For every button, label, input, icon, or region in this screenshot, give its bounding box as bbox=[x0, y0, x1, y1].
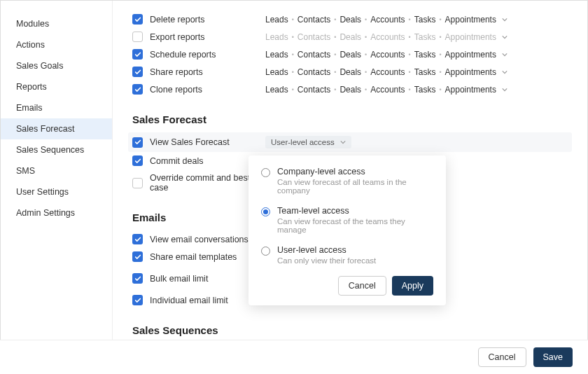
permission-label: Export reports bbox=[150, 32, 265, 42]
separator-dot: • bbox=[334, 86, 336, 93]
permission-row: Export reportsLeads•Contacts•Deals•Accou… bbox=[132, 28, 568, 46]
scope-item: Appointments bbox=[445, 85, 496, 95]
chevron-down-icon[interactable] bbox=[502, 85, 507, 95]
sidebar-item-sales-sequences[interactable]: Sales Sequences bbox=[1, 139, 112, 160]
radio-icon bbox=[261, 207, 270, 216]
option-title: Company-level access bbox=[277, 167, 433, 176]
separator-dot: • bbox=[334, 34, 336, 41]
separator-dot: • bbox=[292, 34, 294, 41]
option-description: Can view forecast of the teams they mana… bbox=[277, 217, 433, 234]
separator-dot: • bbox=[409, 51, 411, 58]
sidebar-item-admin-settings[interactable]: Admin Settings bbox=[1, 202, 112, 223]
footer-cancel-button[interactable]: Cancel bbox=[478, 347, 526, 367]
checkbox[interactable] bbox=[132, 67, 143, 77]
separator-dot: • bbox=[365, 86, 367, 93]
sidebar-item-actions[interactable]: Actions bbox=[1, 34, 112, 55]
access-level-popup: Company-level accessCan view forecast of… bbox=[248, 155, 446, 305]
scope-item: Accounts bbox=[370, 15, 405, 25]
popup-apply-button[interactable]: Apply bbox=[392, 276, 433, 296]
footer-save-button[interactable]: Save bbox=[533, 347, 573, 367]
scope-list[interactable]: Leads•Contacts•Deals•Accounts•Tasks•Appo… bbox=[265, 50, 507, 60]
sidebar-item-reports[interactable]: Reports bbox=[1, 76, 112, 97]
scope-item: Appointments bbox=[445, 32, 496, 42]
sidebar-item-sales-goals[interactable]: Sales Goals bbox=[1, 55, 112, 76]
option-description: Can only view their forecast bbox=[277, 256, 376, 265]
permission-row: Schedule reportsLeads•Contacts•Deals•Acc… bbox=[132, 46, 568, 63]
separator-dot: • bbox=[439, 69, 441, 76]
sidebar-item-user-settings[interactable]: User Settings bbox=[1, 181, 112, 202]
scope-item: Appointments bbox=[445, 50, 496, 60]
checkbox[interactable] bbox=[132, 295, 143, 305]
scope-item: Deals bbox=[340, 32, 361, 42]
separator-dot: • bbox=[292, 86, 294, 93]
checkbox[interactable] bbox=[132, 14, 143, 25]
separator-dot: • bbox=[409, 69, 411, 76]
sidebar-item-emails[interactable]: Emails bbox=[1, 97, 112, 118]
separator-dot: • bbox=[365, 34, 367, 41]
checkbox[interactable] bbox=[132, 155, 143, 166]
permission-row: View Sales ForecastUser-level access bbox=[128, 132, 572, 152]
permission-row: Delete reportsLeads•Contacts•Deals•Accou… bbox=[132, 11, 568, 28]
chevron-down-icon[interactable] bbox=[502, 50, 507, 60]
permission-label: Clone reports bbox=[150, 85, 265, 95]
permission-label: Delete reports bbox=[150, 15, 265, 25]
checkbox[interactable] bbox=[132, 273, 143, 284]
separator-dot: • bbox=[334, 16, 336, 23]
checkbox[interactable] bbox=[132, 49, 143, 60]
scope-list[interactable]: Leads•Contacts•Deals•Accounts•Tasks•Appo… bbox=[265, 85, 507, 95]
scope-item: Tasks bbox=[414, 50, 436, 60]
scope-item: Contacts bbox=[298, 67, 330, 77]
sidebar-item-sales-forecast[interactable]: Sales Forecast bbox=[1, 118, 112, 139]
scope-item: Appointments bbox=[445, 15, 496, 25]
option-title: User-level access bbox=[277, 245, 376, 255]
scope-list[interactable]: Leads•Contacts•Deals•Accounts•Tasks•Appo… bbox=[265, 15, 507, 25]
scope-item: Appointments bbox=[445, 67, 496, 77]
chevron-down-icon[interactable] bbox=[502, 15, 507, 25]
scope-list[interactable]: Leads•Contacts•Deals•Accounts•Tasks•Appo… bbox=[265, 67, 507, 77]
popup-cancel-button[interactable]: Cancel bbox=[338, 276, 386, 296]
access-option[interactable]: User-level accessCan only view their for… bbox=[261, 245, 433, 265]
checkbox[interactable] bbox=[132, 32, 143, 42]
checkbox[interactable] bbox=[132, 178, 143, 188]
sidebar-item-modules[interactable]: Modules bbox=[1, 13, 112, 34]
checkbox[interactable] bbox=[132, 84, 143, 95]
separator-dot: • bbox=[292, 69, 294, 76]
separator-dot: • bbox=[439, 34, 441, 41]
separator-dot: • bbox=[409, 16, 411, 23]
checkbox[interactable] bbox=[132, 234, 143, 244]
scope-item: Deals bbox=[340, 67, 361, 77]
separator-dot: • bbox=[365, 16, 367, 23]
scope-item: Accounts bbox=[370, 32, 405, 42]
scope-item: Leads bbox=[265, 85, 288, 95]
scope-item: Contacts bbox=[298, 15, 330, 25]
access-option[interactable]: Company-level accessCan view forecast of… bbox=[261, 167, 433, 195]
separator-dot: • bbox=[292, 51, 294, 58]
scope-item: Tasks bbox=[414, 32, 436, 42]
sidebar-item-sms[interactable]: SMS bbox=[1, 160, 112, 181]
scope-item: Deals bbox=[340, 50, 361, 60]
permission-row: Share reportsLeads•Contacts•Deals•Accoun… bbox=[132, 63, 568, 81]
selector-value: User-level access bbox=[271, 138, 335, 146]
scope-item: Accounts bbox=[370, 85, 405, 95]
scope-list[interactable]: Leads•Contacts•Deals•Accounts•Tasks•Appo… bbox=[265, 32, 507, 42]
access-level-selector[interactable]: User-level access bbox=[265, 136, 351, 148]
separator-dot: • bbox=[365, 69, 367, 76]
scope-item: Leads bbox=[265, 15, 288, 25]
checkbox[interactable] bbox=[132, 251, 143, 262]
checkbox[interactable] bbox=[132, 137, 143, 148]
access-option[interactable]: Team-level accessCan view forecast of th… bbox=[261, 206, 433, 234]
section-title-sales-forecast: Sales Forecast bbox=[132, 113, 568, 125]
separator-dot: • bbox=[334, 51, 336, 58]
scope-item: Tasks bbox=[414, 85, 436, 95]
scope-item: Leads bbox=[265, 32, 288, 42]
chevron-down-icon bbox=[340, 138, 346, 146]
chevron-down-icon[interactable] bbox=[502, 67, 507, 77]
separator-dot: • bbox=[365, 51, 367, 58]
scope-item: Leads bbox=[265, 67, 288, 77]
option-description: Can view forecast of all teams in the co… bbox=[277, 178, 433, 195]
scope-item: Tasks bbox=[414, 67, 436, 77]
chevron-down-icon[interactable] bbox=[502, 32, 507, 42]
scope-item: Contacts bbox=[298, 50, 330, 60]
separator-dot: • bbox=[439, 51, 441, 58]
radio-icon bbox=[261, 247, 270, 256]
